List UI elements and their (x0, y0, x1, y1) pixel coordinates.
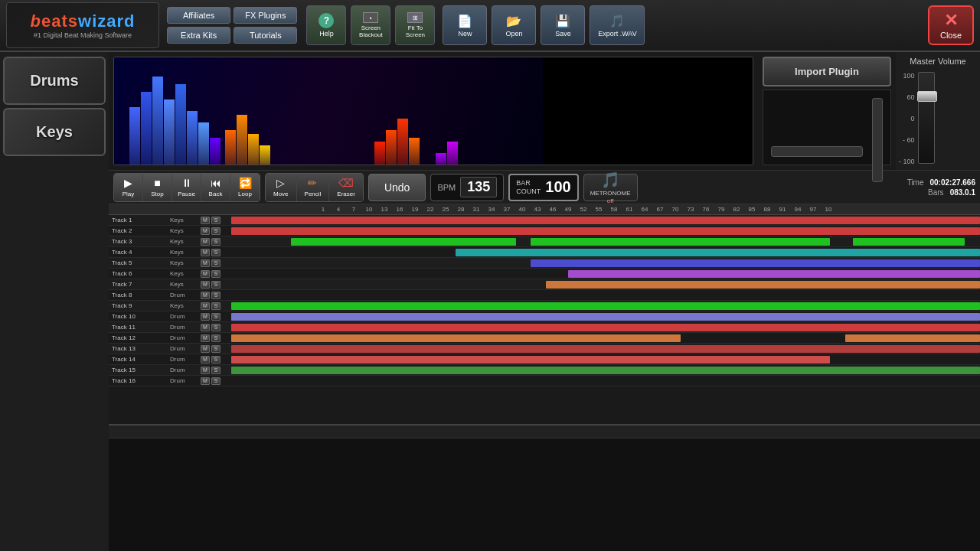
mute-button[interactable]: M (201, 356, 210, 364)
move-tool-button[interactable]: ▷ Move (266, 174, 297, 201)
affiliates-button[interactable]: Affiliates (167, 7, 230, 24)
import-plugin-button[interactable]: Import Plugin (763, 57, 891, 86)
stop-button[interactable]: ■ Stop (143, 174, 172, 201)
plugin-vertical-slider[interactable] (872, 98, 883, 182)
track-row: Track 15DrumMS (109, 365, 980, 376)
open-button[interactable]: 📂 Open (492, 5, 536, 45)
track-block[interactable] (853, 238, 965, 246)
track-controls: MS (201, 302, 231, 310)
track-blocks[interactable] (231, 344, 980, 354)
solo-button[interactable]: S (211, 367, 220, 374)
tutorials-button[interactable]: Tutorials (234, 27, 297, 44)
mute-button[interactable]: M (201, 217, 210, 224)
mute-button[interactable]: M (201, 367, 210, 374)
track-block[interactable] (231, 217, 980, 224)
track-block[interactable] (231, 367, 980, 374)
solo-button[interactable]: S (211, 217, 220, 224)
track-block[interactable] (291, 238, 515, 246)
track-block[interactable] (231, 302, 980, 310)
solo-button[interactable]: S (211, 334, 220, 342)
mute-button[interactable]: M (201, 313, 210, 321)
track-blocks[interactable] (231, 248, 980, 257)
track-blocks[interactable] (231, 302, 980, 311)
play-button[interactable]: ▶ Play (114, 174, 143, 201)
save-button[interactable]: 💾 Save (541, 5, 585, 45)
track-block[interactable] (456, 249, 980, 256)
track-blocks[interactable] (231, 227, 980, 236)
solo-button[interactable]: S (211, 345, 220, 353)
mute-button[interactable]: M (201, 334, 210, 342)
pause-button[interactable]: ⏸ Pause (172, 174, 201, 201)
mute-button[interactable]: M (201, 238, 210, 246)
bar-count-value[interactable]: 100 (545, 178, 570, 196)
track-block[interactable] (531, 259, 980, 267)
solo-button[interactable]: S (211, 324, 220, 331)
new-button[interactable]: 📄 New (443, 5, 487, 45)
undo-button[interactable]: Undo (368, 174, 426, 201)
mute-button[interactable]: M (201, 281, 210, 289)
mute-button[interactable]: M (201, 259, 210, 267)
metronome-button[interactable]: 🎵 METRONOME off (583, 174, 638, 201)
eraser-tool-button[interactable]: ⌫ Eraser (329, 174, 363, 201)
solo-button[interactable]: S (211, 238, 220, 246)
solo-button[interactable]: S (211, 281, 220, 289)
track-block[interactable] (231, 345, 980, 353)
back-button[interactable]: ⏮ Back (201, 174, 230, 201)
mute-button[interactable]: M (201, 302, 210, 310)
pencil-tool-button[interactable]: ✏ Pencil (297, 174, 330, 201)
master-volume-slider[interactable] (918, 72, 935, 164)
drums-button[interactable]: Drums (3, 57, 106, 105)
mute-button[interactable]: M (201, 345, 210, 353)
loop-icon: 🔁 (239, 177, 252, 189)
track-blocks[interactable] (231, 280, 980, 289)
mute-button[interactable]: M (201, 227, 210, 235)
solo-button[interactable]: S (211, 313, 220, 321)
solo-button[interactable]: S (211, 377, 220, 385)
track-block[interactable] (231, 356, 830, 364)
track-blocks[interactable] (231, 259, 980, 268)
track-blocks[interactable] (231, 377, 980, 386)
help-button[interactable]: ? Help (306, 5, 346, 45)
mute-button[interactable]: M (201, 270, 210, 278)
track-blocks[interactable] (231, 237, 980, 246)
solo-button[interactable]: S (211, 356, 220, 364)
keys-button[interactable]: Keys (3, 108, 106, 156)
track-block[interactable] (531, 238, 830, 246)
track-block[interactable] (845, 334, 980, 342)
extra-kits-button[interactable]: Extra Kits (167, 27, 230, 44)
solo-button[interactable]: S (211, 249, 220, 256)
track-block[interactable] (231, 313, 980, 321)
solo-button[interactable]: S (211, 227, 220, 235)
track-blocks[interactable] (231, 366, 980, 375)
screen-blackout-button[interactable]: ▪ ScreenBlackout (351, 5, 390, 45)
export-wav-button[interactable]: 🎵 Export .WAV (590, 5, 645, 45)
track-block[interactable] (568, 270, 980, 278)
solo-button[interactable]: S (211, 270, 220, 278)
loop-button[interactable]: 🔁 Loop (230, 174, 260, 201)
plugin-horizontal-slider[interactable] (771, 146, 863, 157)
master-volume-thumb[interactable] (917, 91, 937, 102)
track-blocks[interactable] (231, 312, 980, 321)
solo-button[interactable]: S (211, 292, 220, 299)
track-blocks[interactable] (231, 323, 980, 332)
track-block[interactable] (231, 227, 980, 235)
track-block[interactable] (231, 334, 681, 342)
mute-button[interactable]: M (201, 377, 210, 385)
track-blocks[interactable] (231, 355, 980, 364)
close-button[interactable]: ✕ Close (928, 5, 974, 45)
export-wav-icon: 🎵 (608, 13, 626, 28)
track-blocks[interactable] (231, 269, 980, 279)
fit-to-screen-button[interactable]: ⊞ Fit ToScreen (395, 5, 435, 45)
track-blocks[interactable] (231, 291, 980, 300)
fx-plugins-button[interactable]: FX Plugins (234, 7, 297, 24)
mute-button[interactable]: M (201, 324, 210, 331)
bpm-value[interactable]: 135 (460, 177, 497, 197)
track-block[interactable] (231, 324, 980, 331)
mute-button[interactable]: M (201, 292, 210, 299)
solo-button[interactable]: S (211, 259, 220, 267)
track-blocks[interactable] (231, 216, 980, 225)
solo-button[interactable]: S (211, 302, 220, 310)
track-block[interactable] (546, 281, 980, 289)
mute-button[interactable]: M (201, 249, 210, 256)
track-blocks[interactable] (231, 334, 980, 343)
